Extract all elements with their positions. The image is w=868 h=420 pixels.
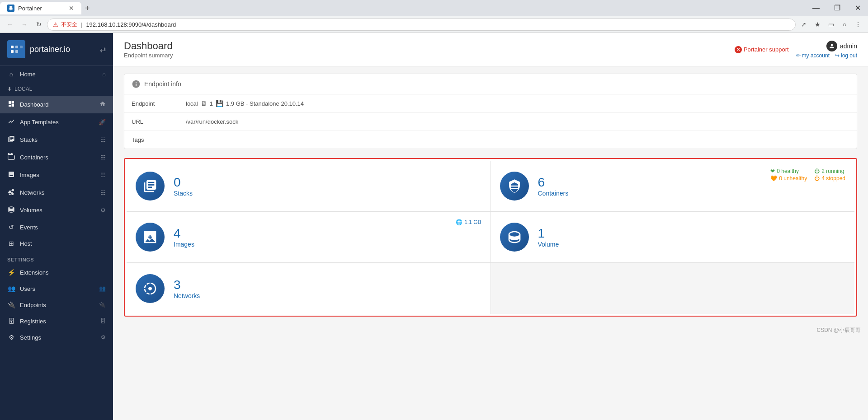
- images-meta: 🌐 1.1 GB: [456, 219, 481, 226]
- unhealthy-status: 🧡 0 unhealthy: [770, 175, 807, 182]
- volumes-icon: [7, 206, 15, 215]
- endpoint-label-tags: Tags: [132, 136, 186, 143]
- sidebar: portainer.io ⇄ ⌂ Home ⌂ ⬇ LOCAL: [0, 33, 113, 420]
- sidebar-nav: ⌂ Home ⌂ ⬇ LOCAL Dashboard: [0, 66, 113, 420]
- heart-icon: ❤: [770, 168, 775, 174]
- endpoints-nav-icon: 🔌: [99, 302, 106, 308]
- power-stopped-icon: ⏻: [814, 175, 820, 182]
- local-section-header: ⬇ LOCAL: [0, 82, 113, 96]
- summary-card-images[interactable]: 4 Images 🌐 1.1 GB: [127, 212, 491, 262]
- menu-button[interactable]: ⋮: [852, 18, 864, 31]
- sidebar-item-label-extensions: Extensions: [20, 269, 49, 276]
- stacks-icon: [7, 135, 15, 144]
- window-minimize-button[interactable]: —: [805, 0, 827, 16]
- stopped-text: 4 stopped: [821, 175, 845, 182]
- sidebar-item-settings[interactable]: ⚙ Settings ⚙: [0, 329, 113, 345]
- summary-card-volume[interactable]: 1 Volume: [491, 212, 855, 262]
- log-out-link[interactable]: ↪ log out: [835, 52, 857, 59]
- sidebar-logo: portainer.io ⇄: [0, 33, 113, 66]
- sidebar-item-networks[interactable]: Networks ☷: [0, 184, 113, 201]
- endpoint-row-endpoint: Endpoint local 🖥 1 💾 1.9 GB - Standalone…: [124, 94, 857, 113]
- bookmark-button[interactable]: ★: [811, 18, 824, 31]
- running-status: ⏻ 2 running: [814, 168, 845, 174]
- sidebar-item-home[interactable]: ⌂ Home ⌂: [0, 66, 113, 82]
- reload-button[interactable]: ↻: [33, 18, 45, 31]
- volume-label: Volume: [538, 241, 846, 248]
- sidebar-item-users[interactable]: 👥 Users 👥: [0, 280, 113, 297]
- running-text: 2 running: [821, 168, 844, 174]
- images-size: 🌐 1.1 GB: [456, 219, 481, 225]
- unhealthy-text: 0 unhealthy: [779, 175, 807, 182]
- sidebar-item-dashboard[interactable]: Dashboard: [0, 96, 113, 113]
- networks-nav-icon: ☷: [100, 189, 106, 196]
- address-warning-text: 不安全: [61, 21, 77, 28]
- sidebar-item-events[interactable]: ↺ Events: [0, 219, 113, 235]
- sidebar-item-registries[interactable]: 🗄 Registries 🗄: [0, 313, 113, 329]
- sidebar-item-extensions[interactable]: ⚡ Extensions: [0, 264, 113, 280]
- summary-card-empty: [491, 263, 855, 314]
- share-button[interactable]: ➚: [797, 18, 810, 31]
- sidebar-item-host[interactable]: ⊞ Host: [0, 235, 113, 252]
- images-count: 4: [174, 226, 481, 241]
- sidebar-item-label-settings: Settings: [20, 334, 41, 341]
- endpoint-value-endpoint: local 🖥 1 💾 1.9 GB - Standalone 20.10.14: [186, 100, 304, 107]
- profile-button[interactable]: ○: [838, 18, 851, 31]
- address-bar[interactable]: ⚠ 不安全 | 192.168.10.128:9090/#/dashboard: [47, 19, 796, 31]
- tab-close-button[interactable]: ✕: [69, 5, 74, 12]
- window-maximize-button[interactable]: ❐: [827, 0, 848, 16]
- host-icon: ⊞: [7, 240, 15, 247]
- sidebar-item-label-stacks: Stacks: [20, 136, 38, 143]
- stopped-status: ⏻ 4 stopped: [814, 175, 845, 182]
- heart-unhealthy-icon: 🧡: [770, 175, 777, 182]
- endpoint-info-title: Endpoint info: [144, 80, 181, 88]
- sidebar-item-containers[interactable]: Containers ☷: [0, 149, 113, 166]
- summary-card-stacks[interactable]: 0 Stacks: [127, 161, 491, 211]
- window-close-button[interactable]: ✕: [848, 0, 868, 16]
- stacks-count: 0: [174, 175, 481, 190]
- user-avatar: [826, 41, 837, 51]
- networks-count: 3: [174, 278, 481, 292]
- new-tab-button[interactable]: +: [81, 2, 94, 15]
- portainer-support-link[interactable]: ✕ Portainer support: [735, 46, 789, 53]
- server-icon: 🖥: [201, 100, 207, 107]
- sidebar-item-stacks[interactable]: Stacks ☷: [0, 131, 113, 149]
- sidebar-toggle-icon[interactable]: ⇄: [100, 45, 106, 54]
- networks-label: Networks: [174, 292, 481, 299]
- user-section: admin ✏ my account ↪ log out: [796, 41, 857, 59]
- svg-rect-3: [15, 46, 18, 48]
- tab-favicon: [7, 5, 14, 12]
- forward-button[interactable]: →: [18, 18, 31, 31]
- networks-icon: [7, 188, 15, 197]
- containers-icon-circle: [500, 172, 529, 201]
- sidebar-item-app-templates[interactable]: App Templates 🚀: [0, 113, 113, 131]
- registries-icon: 🗄: [7, 317, 15, 325]
- endpoint-label-endpoint: Endpoint: [132, 100, 186, 107]
- stacks-nav-icon: ☷: [100, 136, 106, 143]
- support-link-label: Portainer support: [744, 46, 789, 53]
- sidebar-item-label-events: Events: [20, 224, 38, 231]
- summary-card-containers[interactable]: 6 Containers ❤ 0 healthy: [491, 161, 855, 211]
- endpoints-icon: 🔌: [7, 301, 15, 308]
- my-account-link[interactable]: ✏ my account: [796, 52, 830, 59]
- containers-nav-icon: ☷: [100, 154, 106, 161]
- images-icon: [7, 171, 15, 179]
- summary-grid: 0 Stacks 6 Containers: [127, 161, 854, 314]
- sidebar-item-volumes[interactable]: Volumes ⚙: [0, 201, 113, 219]
- containers-label: Containers: [538, 190, 846, 197]
- endpoint-info-card: Endpoint info Endpoint local 🖥 1 💾 1.9 G…: [124, 74, 857, 149]
- user-links: ✏ my account ↪ log out: [796, 52, 857, 59]
- users-nav-icon: 👥: [99, 285, 106, 292]
- sidebar-item-endpoints[interactable]: 🔌 Endpoints 🔌: [0, 297, 113, 313]
- back-button[interactable]: ←: [4, 18, 16, 31]
- sidebar-item-label-app-templates: App Templates: [20, 119, 59, 126]
- sidebar-item-label-containers: Containers: [20, 154, 48, 161]
- summary-card-networks[interactable]: 3 Networks: [127, 263, 491, 314]
- sidebar-item-images[interactable]: Images ☷: [0, 166, 113, 184]
- support-icon: ✕: [735, 46, 742, 53]
- endpoint-row-tags: Tags: [124, 131, 857, 149]
- logout-icon: ↪: [835, 52, 840, 59]
- username-text: admin: [840, 42, 857, 50]
- sidebar-item-label-dashboard: Dashboard: [20, 101, 49, 108]
- endpoint-value-url: /var/run/docker.sock: [186, 118, 238, 125]
- cast-button[interactable]: ▭: [825, 18, 837, 31]
